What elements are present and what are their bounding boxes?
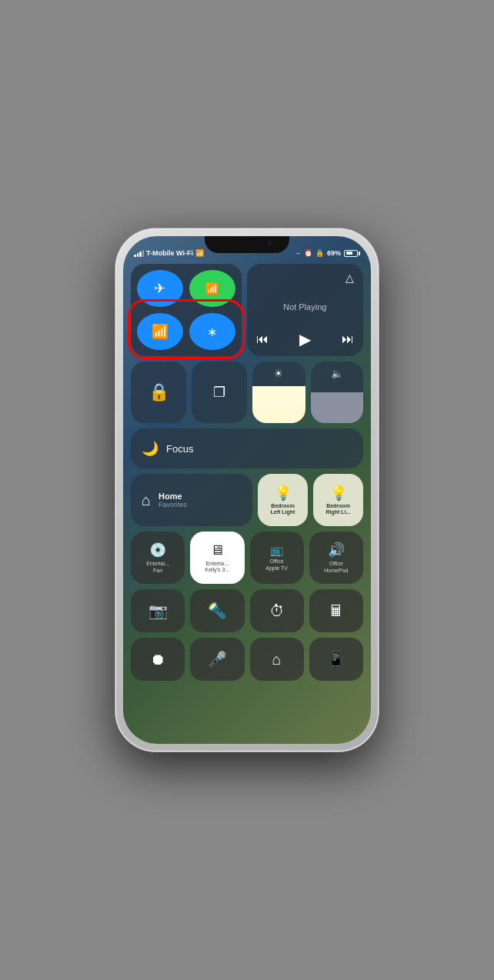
home-control-button[interactable]: ⌂: [250, 638, 304, 681]
sound-icon: 🎤: [208, 650, 227, 668]
calculator-button[interactable]: 🖩: [309, 589, 363, 632]
fan-button[interactable]: 💿 Entertai...Fan: [131, 532, 185, 584]
kellys-label: Entertai...Kelly's 3...: [205, 561, 230, 574]
battery-icon: [344, 250, 360, 257]
office-apple-tv-label: OfficeApple TV: [265, 558, 288, 572]
row-connectivity-media: ✈ 📶 📶 ∗: [131, 264, 363, 356]
row-focus: 🌙 Focus: [131, 428, 363, 468]
row-utilities: 📷 🔦 ⏱ 🖩: [131, 589, 363, 632]
bedroom-right-label: BedroomRight Li...: [326, 503, 351, 516]
media-controls: ⏮ ▶ ⏭: [256, 330, 355, 348]
bulb-icon-left: 💡: [275, 485, 292, 502]
home-icon: ⌂: [142, 492, 151, 509]
fan-icon: 💿: [149, 542, 166, 558]
row-home-lights: ⌂ Home Favorites 💡 BedroomLeft Light 💡 B…: [131, 474, 363, 526]
media-tile[interactable]: △ Not Playing ⏮ ▶ ⏭: [247, 264, 364, 356]
bluetooth-icon: ∗: [207, 325, 217, 339]
row-controls: 🔒 ❐ ☀ 🔈: [131, 362, 363, 423]
home-title: Home: [159, 492, 187, 501]
home-favorites-button[interactable]: ⌂ Home Favorites: [131, 474, 252, 526]
flashlight-button[interactable]: 🔦: [190, 589, 244, 632]
flashlight-icon: 🔦: [208, 602, 227, 620]
control-center: ✈ 📶 📶 ∗: [131, 264, 363, 736]
calculator-icon: 🖩: [329, 602, 344, 620]
alarm-icon: ⏰: [304, 249, 312, 257]
lock-icon: 🔒: [315, 249, 324, 257]
rotation-lock-button[interactable]: 🔒: [131, 362, 186, 423]
apple-tv-icon: 📺: [270, 544, 283, 556]
row-accessories: 💿 Entertai...Fan 🖥 Entertai...Kelly's 3.…: [131, 532, 363, 584]
remote-button[interactable]: 📱: [309, 638, 363, 681]
status-right: → ⏰ 🔒 69%: [294, 249, 360, 257]
home-text: Home Favorites: [159, 492, 187, 508]
volume-slider[interactable]: 🔈: [311, 362, 364, 423]
wifi-button[interactable]: 📶: [137, 313, 183, 350]
cellular-button[interactable]: 📶: [189, 270, 235, 307]
camera-dot: [268, 241, 272, 245]
bedroom-right-light-button[interactable]: 💡 BedroomRight Li...: [313, 474, 363, 526]
screen-mirror-icon: ❐: [213, 384, 225, 401]
notch: [205, 236, 289, 253]
airplane-mode-button[interactable]: ✈: [137, 270, 183, 307]
location-icon: →: [294, 249, 301, 257]
brightness-slider[interactable]: ☀: [252, 362, 305, 423]
screen-record-button[interactable]: ⏺: [131, 638, 185, 681]
fast-forward-button[interactable]: ⏭: [342, 332, 354, 346]
office-homepod-label: OfficeHomePod: [324, 561, 348, 574]
rewind-button[interactable]: ⏮: [256, 332, 269, 346]
office-homepod-button[interactable]: 🔊 OfficeHomePod: [309, 532, 363, 584]
office-apple-tv-button[interactable]: 📺 OfficeApple TV: [250, 532, 304, 584]
rotation-lock-icon: 🔒: [149, 382, 169, 402]
cellular-icon: 📶: [205, 282, 219, 295]
timer-icon: ⏱: [269, 602, 285, 620]
remote-icon: 📱: [326, 650, 345, 668]
sound-recognition-button[interactable]: 🎤: [190, 638, 244, 681]
kellys-tv-button[interactable]: 🖥 Entertai...Kelly's 3...: [190, 532, 244, 584]
bulb-icon-right: 💡: [330, 485, 347, 502]
battery-pct-label: 69%: [327, 249, 341, 257]
focus-label: Focus: [166, 443, 193, 455]
signal-icon: [134, 249, 144, 257]
airplay-icon[interactable]: △: [345, 272, 354, 284]
not-playing-label: Not Playing: [256, 302, 355, 312]
play-button[interactable]: ▶: [299, 330, 311, 348]
row-bottom: ⏺ 🎤 ⌂ 📱: [131, 638, 363, 681]
wifi-icon: 📶: [152, 323, 169, 340]
focus-button[interactable]: 🌙 Focus: [131, 428, 363, 468]
home-ctrl-icon: ⌂: [272, 651, 282, 668]
volume-icon: 🔈: [331, 368, 343, 379]
moon-icon: 🌙: [142, 440, 159, 457]
home-subtitle: Favorites: [159, 501, 187, 508]
airplane-icon: ✈: [154, 280, 165, 297]
screen-mirroring-button[interactable]: ❐: [192, 362, 247, 423]
record-icon: ⏺: [150, 651, 165, 668]
status-left: T-Mobile Wi-Fi 📶: [134, 249, 204, 257]
wifi-status-icon: 📶: [195, 249, 204, 257]
phone-screen: T-Mobile Wi-Fi 📶 → ⏰ 🔒 69%: [123, 236, 371, 744]
timer-button[interactable]: ⏱: [250, 589, 304, 632]
bluetooth-button[interactable]: ∗: [189, 313, 235, 350]
bedroom-left-label: BedroomLeft Light: [271, 503, 295, 516]
fan-label: Entertai...Fan: [146, 561, 169, 574]
homepod-icon: 🔊: [328, 542, 345, 558]
camera-icon: 📷: [149, 602, 168, 620]
monitor-icon: 🖥: [210, 542, 224, 558]
media-top: △: [256, 272, 355, 284]
brightness-icon: ☀: [274, 368, 283, 379]
bedroom-left-light-button[interactable]: 💡 BedroomLeft Light: [258, 474, 308, 526]
carrier-label: T-Mobile Wi-Fi: [146, 249, 193, 257]
camera-button[interactable]: 📷: [131, 589, 185, 632]
connectivity-tile: ✈ 📶 📶 ∗: [131, 264, 242, 356]
phone-frame: T-Mobile Wi-Fi 📶 → ⏰ 🔒 69%: [115, 228, 379, 752]
